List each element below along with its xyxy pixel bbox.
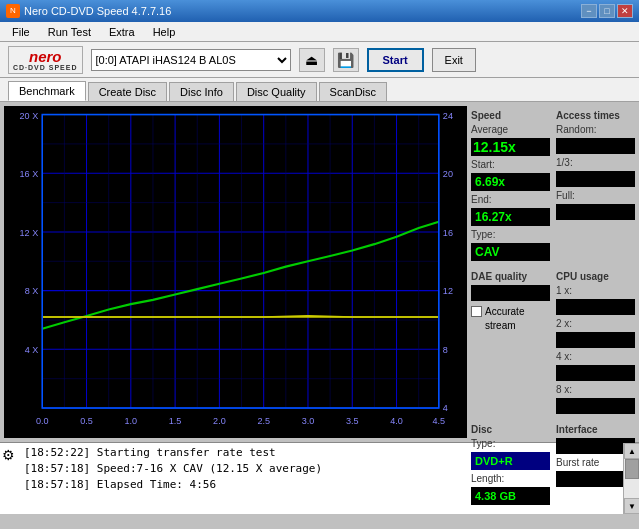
toolbar: nero CD·DVD SPEED [0:0] ATAPI iHAS124 B … xyxy=(0,42,639,78)
main-content: 20 X 16 X 12 X 8 X 4 X 24 20 16 12 8 4 0… xyxy=(0,102,639,442)
cpu-4x-value xyxy=(556,365,635,381)
save-button[interactable]: 💾 xyxy=(333,48,359,72)
svg-text:4.0: 4.0 xyxy=(390,416,403,426)
exit-button[interactable]: Exit xyxy=(432,48,476,72)
access-random-label: Random: xyxy=(556,124,635,135)
svg-text:12: 12 xyxy=(443,286,453,296)
svg-text:16: 16 xyxy=(443,227,453,237)
svg-text:3.5: 3.5 xyxy=(346,416,359,426)
speed-title: Speed xyxy=(471,110,550,121)
scroll-down-button[interactable]: ▼ xyxy=(624,498,639,514)
scrollbar-track[interactable] xyxy=(624,459,639,498)
right-panel: Speed Average 12.15x Start: 6.69x End: 1… xyxy=(471,102,639,442)
tab-disc-quality[interactable]: Disc Quality xyxy=(236,82,317,101)
accurate-stream-checkbox[interactable] xyxy=(471,306,482,317)
cpu-usage-section: CPU usage 1 x: 2 x: 4 x: 8 x: xyxy=(556,267,635,414)
access-times-section: Access times Random: 1/3: Full: xyxy=(556,106,635,261)
svg-text:4.5: 4.5 xyxy=(433,416,446,426)
speed-start-label: Start: xyxy=(471,159,550,170)
svg-text:0.5: 0.5 xyxy=(80,416,93,426)
app-title: Nero CD-DVD Speed 4.7.7.16 xyxy=(24,5,171,17)
cpu-8x-value xyxy=(556,398,635,414)
menu-extra[interactable]: Extra xyxy=(101,23,143,41)
svg-rect-0 xyxy=(4,106,467,438)
log-area: ⚙ [18:52:22] Starting transfer rate test… xyxy=(0,442,639,514)
log-line-3: [18:57:18] Elapsed Time: 4:56 xyxy=(24,477,619,493)
menu-file[interactable]: File xyxy=(4,23,38,41)
minimize-button[interactable]: − xyxy=(581,4,597,18)
disc-title: Disc xyxy=(471,424,550,435)
tab-create-disc[interactable]: Create Disc xyxy=(88,82,167,101)
cpu-1x-value xyxy=(556,299,635,315)
log-icon: ⚙ xyxy=(0,443,20,514)
interface-title: Interface xyxy=(556,424,635,435)
stream-label: stream xyxy=(485,320,550,331)
speed-type-label: Type: xyxy=(471,229,550,240)
log-content: [18:52:22] Starting transfer rate test [… xyxy=(20,443,623,514)
scrollbar-thumb[interactable] xyxy=(625,459,639,479)
svg-text:4: 4 xyxy=(443,403,448,413)
dae-quality-section: DAE quality Accurate stream xyxy=(471,267,550,414)
cpu-2x-label: 2 x: xyxy=(556,318,635,329)
two-cols-mid: DAE quality Accurate stream CPU usage 1 … xyxy=(471,267,635,414)
speed-start-value: 6.69x xyxy=(471,173,550,191)
cpu-4x-label: 4 x: xyxy=(556,351,635,362)
app-icon: N xyxy=(6,4,20,18)
svg-text:2.0: 2.0 xyxy=(213,416,226,426)
cpu-1x-label: 1 x: xyxy=(556,285,635,296)
speed-type-value: CAV xyxy=(471,243,550,261)
access-full-label: Full: xyxy=(556,190,635,201)
chart-svg: 20 X 16 X 12 X 8 X 4 X 24 20 16 12 8 4 0… xyxy=(4,106,467,438)
svg-text:4 X: 4 X xyxy=(25,345,39,355)
cpu-8x-label: 8 x: xyxy=(556,384,635,395)
scroll-up-button[interactable]: ▲ xyxy=(624,443,639,459)
svg-text:0.0: 0.0 xyxy=(36,416,49,426)
accurate-label: Accurate xyxy=(485,306,524,317)
accurate-stream-row: Accurate xyxy=(471,306,550,317)
speed-average-value: 12.15x xyxy=(471,138,550,156)
tabbar: Benchmark Create Disc Disc Info Disc Qua… xyxy=(0,78,639,102)
log-scrollbar: ▲ ▼ xyxy=(623,443,639,514)
menu-help[interactable]: Help xyxy=(145,23,184,41)
svg-text:12 X: 12 X xyxy=(20,227,39,237)
dae-quality-title: DAE quality xyxy=(471,271,550,282)
chart-area: 20 X 16 X 12 X 8 X 4 X 24 20 16 12 8 4 0… xyxy=(4,106,467,438)
tab-disc-info[interactable]: Disc Info xyxy=(169,82,234,101)
access-times-title: Access times xyxy=(556,110,635,121)
drive-select[interactable]: [0:0] ATAPI iHAS124 B AL0S xyxy=(91,49,291,71)
tab-benchmark[interactable]: Benchmark xyxy=(8,81,86,101)
nero-logo: nero xyxy=(29,49,62,64)
svg-text:2.5: 2.5 xyxy=(257,416,270,426)
svg-text:16 X: 16 X xyxy=(20,168,39,178)
svg-text:24: 24 xyxy=(443,111,453,121)
svg-text:8 X: 8 X xyxy=(25,286,39,296)
svg-text:3.0: 3.0 xyxy=(302,416,315,426)
log-line-1: [18:52:22] Starting transfer rate test xyxy=(24,445,619,461)
speed-end-label: End: xyxy=(471,194,550,205)
titlebar: N Nero CD-DVD Speed 4.7.7.16 − □ ✕ xyxy=(0,0,639,22)
speed-section: Speed Average 12.15x Start: 6.69x End: 1… xyxy=(471,106,550,261)
maximize-button[interactable]: □ xyxy=(599,4,615,18)
logo-area: nero CD·DVD SPEED xyxy=(8,46,83,74)
svg-text:20: 20 xyxy=(443,168,453,178)
dae-quality-value xyxy=(471,285,550,301)
cpu-usage-title: CPU usage xyxy=(556,271,635,282)
speed-end-value: 16.27x xyxy=(471,208,550,226)
eject-button[interactable]: ⏏ xyxy=(299,48,325,72)
menu-run-test[interactable]: Run Test xyxy=(40,23,99,41)
access-full-value xyxy=(556,204,635,220)
two-cols-top: Speed Average 12.15x Start: 6.69x End: 1… xyxy=(471,106,635,261)
cpu-2x-value xyxy=(556,332,635,348)
svg-text:8: 8 xyxy=(443,345,448,355)
tab-scan-disc[interactable]: ScanDisc xyxy=(319,82,387,101)
close-button[interactable]: ✕ xyxy=(617,4,633,18)
titlebar-title: N Nero CD-DVD Speed 4.7.7.16 xyxy=(6,4,171,18)
access-onethird-value xyxy=(556,171,635,187)
svg-text:20 X: 20 X xyxy=(20,111,39,121)
cdspeed-logo: CD·DVD SPEED xyxy=(13,64,78,71)
start-button[interactable]: Start xyxy=(367,48,424,72)
access-onethird-label: 1/3: xyxy=(556,157,635,168)
svg-text:1.5: 1.5 xyxy=(169,416,182,426)
menubar: File Run Test Extra Help xyxy=(0,22,639,42)
titlebar-controls: − □ ✕ xyxy=(581,4,633,18)
